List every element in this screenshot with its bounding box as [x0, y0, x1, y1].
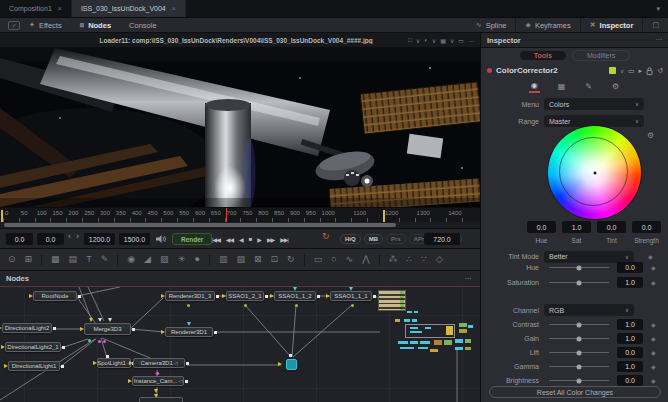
- goto-end-button[interactable]: ▶▶|: [280, 236, 288, 243]
- play-reverse-button[interactable]: ◀: [239, 236, 243, 243]
- viewer-header-icon[interactable]: ◐: [424, 37, 428, 44]
- hue-value-box[interactable]: 0.0: [527, 221, 556, 233]
- graph-node-renderer3d1_3[interactable]: Renderer3D1_3: [165, 291, 215, 301]
- toolbar-icon-levels[interactable]: ◢: [144, 255, 151, 264]
- toolbar-icon-transform[interactable]: ↻: [287, 255, 295, 264]
- node-output-pin[interactable]: [78, 295, 81, 298]
- tab-tools[interactable]: Tools: [520, 51, 566, 60]
- spreadsheet-node[interactable]: [378, 290, 406, 311]
- graph-node-ssao1_1_1[interactable]: SSAO1_1_1: [330, 291, 372, 301]
- tab-composition1[interactable]: Composition1 ×: [0, 0, 72, 17]
- graph-node-spotlight1[interactable]: SpotLight1◁: [97, 358, 131, 368]
- gamma-value[interactable]: 1.0: [617, 361, 643, 372]
- toolbar-icon-matte-control[interactable]: ⊠: [254, 255, 262, 264]
- graph-node-camera3d1[interactable]: Camera3D1◁: [133, 358, 185, 368]
- gain-value[interactable]: 1.0: [617, 333, 643, 344]
- saturation-slider-thumb[interactable]: [577, 280, 582, 285]
- swatch-chevron-icon[interactable]: ∨: [620, 68, 624, 74]
- toolbar-icon-bspline-mask[interactable]: ⋀: [362, 255, 369, 264]
- contrast-modifier-icon[interactable]: ◆: [651, 321, 656, 328]
- partial-node[interactable]: [139, 397, 183, 402]
- sat-value-box[interactable]: 1.0: [562, 221, 591, 233]
- toolbar-icon-text[interactable]: T: [86, 255, 92, 264]
- channel-dropdown[interactable]: RGB ∨: [544, 304, 634, 316]
- hue-slider-thumb[interactable]: [577, 265, 582, 270]
- menu-dropdown[interactable]: Colors ∨: [544, 98, 644, 110]
- lift-slider-thumb[interactable]: [577, 350, 582, 355]
- viewer-header-icon[interactable]: ▭: [458, 37, 464, 44]
- viewer-panel[interactable]: [0, 48, 480, 207]
- node-input-pin[interactable]: [129, 361, 133, 365]
- play-button[interactable]: ▶: [257, 236, 261, 243]
- toolbar-icon-color-corrector[interactable]: ◉: [127, 255, 135, 264]
- fast-forward-button[interactable]: ▶▶: [267, 236, 274, 243]
- stop-button[interactable]: ■: [249, 236, 252, 242]
- reset-icon[interactable]: ↺: [657, 67, 663, 75]
- gamma-slider[interactable]: [549, 366, 609, 367]
- brightness-slider-thumb[interactable]: [577, 378, 582, 383]
- graph-node-rootnode[interactable]: RootNode: [33, 291, 77, 301]
- menubar-item-keyframes[interactable]: ◈ Keyframes: [516, 18, 579, 32]
- node-color-swatch[interactable]: [609, 67, 616, 74]
- contrast-value[interactable]: 1.0: [617, 319, 643, 330]
- node-input-pin[interactable]: [93, 361, 97, 365]
- contrast-slider[interactable]: [549, 324, 609, 325]
- graph-node-directionallight1[interactable]: DirectionalLight1: [8, 361, 60, 371]
- tab-color-wheel-icon[interactable]: ◉: [529, 80, 540, 93]
- gamma-slider-thumb[interactable]: [577, 364, 582, 369]
- toolbar-icon-fastnoise[interactable]: ▤: [69, 255, 78, 264]
- lock-icon[interactable]: [646, 67, 653, 75]
- toolbar-icon-background[interactable]: ▦: [51, 255, 60, 264]
- tab-overflow-icon[interactable]: ▾: [648, 0, 668, 17]
- graph-node-directionallight2[interactable]: DirectionalLight2: [2, 323, 52, 333]
- tab-options-icon[interactable]: ✎: [583, 81, 594, 92]
- color-wheel[interactable]: [548, 126, 641, 219]
- lift-slider[interactable]: [549, 352, 609, 353]
- lift-modifier-icon[interactable]: ◆: [651, 349, 656, 356]
- toolbar-icon-io-node[interactable]: ⊙: [8, 255, 16, 264]
- screen-icon[interactable]: ▭: [628, 67, 635, 75]
- toolbar-icon-camera[interactable]: ◇: [436, 255, 443, 264]
- node-output-pin[interactable]: [216, 295, 219, 298]
- node-input-pin[interactable]: [4, 364, 8, 368]
- menubar-item-spline[interactable]: ∿ Spline: [467, 18, 516, 32]
- color-wheel-cursor[interactable]: [592, 170, 597, 175]
- playhead[interactable]: [226, 208, 227, 222]
- toggle-prx[interactable]: Prx: [386, 234, 406, 244]
- node-output-pin[interactable]: [53, 327, 56, 330]
- step-forward-button[interactable]: ›: [76, 231, 79, 241]
- graph-node-ssao1_2_1[interactable]: SSAO1_2_1: [226, 291, 264, 301]
- hue-slider[interactable]: [549, 267, 609, 268]
- graph-node-instance_cam[interactable]: Instance_Cam...◁: [132, 376, 184, 386]
- tint-value-box[interactable]: 0.0: [597, 221, 626, 233]
- brightness-slider[interactable]: [549, 380, 609, 381]
- node-output-pin[interactable]: [373, 295, 376, 298]
- nodes-panel-menu-icon[interactable]: ⋯: [465, 274, 481, 283]
- node-output-pin[interactable]: [61, 365, 64, 368]
- graph-node-directionallight2_1[interactable]: DirectionalLight2_1: [5, 342, 61, 352]
- current-time-field-2[interactable]: 0.0: [37, 233, 64, 245]
- toolbar-icon-resize[interactable]: ⊡: [271, 255, 279, 264]
- viewer-header-icon[interactable]: ∨: [432, 37, 436, 44]
- brightness-modifier-icon[interactable]: ◆: [651, 377, 656, 384]
- saturation-value[interactable]: 1.0: [617, 277, 643, 288]
- gamma-modifier-icon[interactable]: ◆: [651, 363, 656, 370]
- node-input-pin[interactable]: [0, 326, 2, 330]
- lift-value[interactable]: 0.0: [617, 347, 643, 358]
- node-output-pin[interactable]: [214, 331, 217, 334]
- speaker-icon[interactable]: [156, 235, 166, 243]
- toolbar-icon-polyline-mask[interactable]: ∿: [346, 255, 354, 264]
- render-button[interactable]: Render: [172, 233, 212, 245]
- graph-node-merge3d3[interactable]: Merge3D3: [84, 323, 131, 335]
- node-output-pin[interactable]: [62, 346, 65, 349]
- timeline-scrollbar-thumb[interactable]: [4, 223, 396, 227]
- brightness-value[interactable]: 0.0: [617, 375, 643, 386]
- gain-slider-thumb[interactable]: [577, 336, 582, 341]
- saturation-modifier-icon[interactable]: ◆: [651, 279, 656, 286]
- tab-levels-icon[interactable]: ▦: [556, 81, 568, 92]
- range-end-field[interactable]: 1500.0: [119, 233, 150, 245]
- tab-close-icon[interactable]: ×: [172, 5, 176, 12]
- render-range-start-marker[interactable]: [1, 210, 3, 222]
- node-output-pin[interactable]: [132, 328, 135, 331]
- hue-value[interactable]: 0.0: [617, 262, 643, 273]
